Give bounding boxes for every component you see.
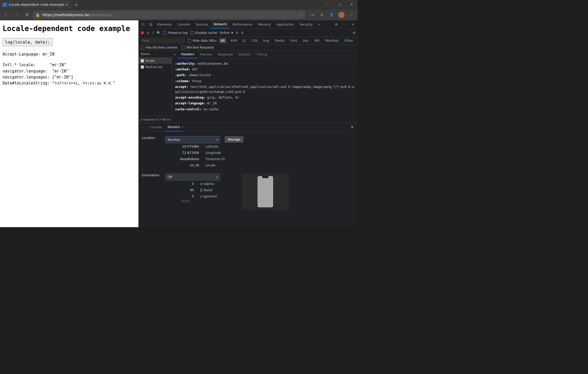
timezone-value: Asia/Kolkata [168, 157, 199, 161]
pill-media[interactable]: Media [273, 38, 286, 43]
alpha-value: 0 [168, 182, 194, 186]
longitude-value: 72.877656 [168, 151, 199, 155]
devtools-panel: Elements Console Sources Network Perform… [138, 20, 358, 227]
sensors-panel: Location Mumbai▾ Manage 19.075984Latitud… [139, 131, 358, 227]
tab-sources[interactable]: Sources [193, 20, 211, 29]
pill-manifest[interactable]: Manifest [324, 38, 340, 43]
tab-response[interactable]: Response [215, 51, 236, 58]
device-toggle-icon[interactable] [147, 20, 154, 29]
search-icon[interactable]: 🔍 [157, 31, 161, 35]
tab-performance[interactable]: Performance [230, 20, 255, 29]
collections-icon[interactable]: ⧉ [317, 10, 326, 20]
browser-tab[interactable]: Locale-dependent code example ✕ [0, 0, 72, 9]
timezone-label: Timezone ID [205, 157, 247, 161]
pill-css[interactable]: CSS [250, 38, 259, 43]
pill-ws[interactable]: WS [313, 38, 321, 43]
filter-input[interactable] [141, 38, 185, 43]
favorite-icon[interactable]: ☆ [299, 13, 302, 17]
latitude-value: 19.075984 [168, 145, 199, 148]
lock-icon: 🔒 [35, 13, 40, 17]
disable-cache-checkbox[interactable]: Disable cache [190, 31, 217, 35]
filter-toggle-icon[interactable]: ▽ [152, 31, 154, 35]
network-toolbar: ⊘ ▽ 🔍 Preserve log Disable cache Online … [139, 29, 358, 37]
name-column-header[interactable]: Name [139, 51, 172, 58]
tab-initiator[interactable]: Initiator [236, 51, 254, 58]
pill-img[interactable]: Img [262, 38, 271, 43]
tab-security[interactable]: Security [297, 20, 315, 29]
url-host: https://mathiasbynens.be [42, 13, 89, 17]
close-detail-icon[interactable]: × [172, 53, 178, 56]
tab-elements[interactable]: Elements [154, 20, 175, 29]
pill-xhr[interactable]: XHR [229, 38, 239, 43]
accept-language-line: Accept-Language: mr_IN [3, 51, 136, 57]
hide-data-urls-checkbox[interactable]: Hide data URLs [188, 39, 217, 43]
log-button[interactable]: log(locale, date); [3, 38, 52, 46]
tab-title: Locale-dependent code example [9, 3, 64, 7]
url-input[interactable]: 🔒 https://mathiasbynens.be/demo/locale ☆ [33, 11, 305, 19]
tab-console[interactable]: Console [175, 20, 193, 29]
drawer-menu-icon[interactable]: ⋯ [140, 125, 146, 129]
latitude-label: Latitude [205, 145, 247, 148]
tab-more-icon[interactable]: » [315, 20, 323, 29]
download-icon[interactable]: ⬇ [241, 31, 243, 35]
tab-network[interactable]: Network [211, 20, 230, 29]
close-sensors-icon[interactable]: × [181, 125, 183, 129]
record-icon[interactable] [141, 31, 144, 34]
kebab-icon[interactable]: ⋯ [341, 20, 348, 29]
close-devtools-icon[interactable]: ✕ [349, 20, 357, 29]
request-row[interactable]: locale [139, 58, 172, 64]
pill-doc[interactable]: Doc [301, 38, 310, 43]
settings-icon[interactable]: ⚙ [353, 31, 356, 35]
profile-icon[interactable]: 👤 [327, 10, 336, 20]
longitude-label: Longitude [205, 151, 247, 155]
phone-orientation-preview[interactable] [258, 176, 273, 207]
location-select[interactable]: Mumbai▾ [165, 136, 220, 143]
avatar[interactable] [337, 10, 346, 20]
forward-button[interactable] [12, 10, 21, 20]
refresh-button[interactable] [22, 10, 32, 20]
close-window-icon[interactable]: ✕ [346, 0, 358, 9]
beta-label: β (beta) [200, 188, 231, 192]
blocked-cookies-checkbox[interactable]: Has blocked cookies [141, 46, 177, 49]
pill-all[interactable]: All [219, 38, 226, 43]
drawer-tab-console[interactable]: Console [146, 123, 165, 131]
inspect-icon[interactable] [140, 20, 147, 29]
pill-js[interactable]: JS [241, 38, 247, 43]
tab-preview[interactable]: Preview [197, 51, 215, 58]
back-button[interactable] [2, 10, 11, 20]
pill-other[interactable]: Other [343, 38, 355, 43]
gamma-value: 0 [168, 195, 194, 198]
tab-memory[interactable]: Memory [255, 20, 274, 29]
window-controls: — ▢ ✕ [322, 0, 358, 9]
blocked-requests-checkbox[interactable]: Blocked Requests [182, 46, 214, 49]
gear-icon[interactable]: ⚙ [333, 20, 340, 29]
reset-button[interactable]: Reset [178, 198, 231, 204]
manage-button[interactable]: Manage [225, 136, 243, 143]
filter-bar-2: Has blocked cookies Blocked Requests [139, 45, 358, 51]
pill-font[interactable]: Font [289, 38, 298, 43]
tab-timing[interactable]: Timing [254, 51, 270, 58]
favicon-icon [3, 3, 7, 7]
menu-icon[interactable]: ⋯ [347, 10, 356, 20]
titlebar: Locale-dependent code example ✕ + — ▢ ✕ [0, 0, 358, 9]
throttling-select[interactable]: Online ▼ [219, 31, 233, 35]
filter-bar: Hide data URLs All XHR JS CSS Img Media … [139, 37, 358, 45]
close-drawer-icon[interactable]: ✕ [348, 125, 356, 130]
maximize-icon[interactable]: ▢ [334, 0, 346, 9]
locale-output: Intl.* locale: "mr-IN" navigator.languag… [3, 62, 136, 86]
tab-headers[interactable]: Headers [178, 51, 197, 58]
new-tab-button[interactable]: + [72, 2, 81, 7]
devtools-tabs: Elements Console Sources Network Perform… [139, 20, 358, 29]
favorites-icon[interactable]: ☆≡ [307, 10, 316, 20]
close-tab-icon[interactable]: ✕ [64, 3, 69, 7]
upload-icon[interactable]: ⬆ [236, 31, 238, 35]
url-path: /demo/locale [89, 13, 113, 17]
request-row[interactable]: favicon.ico [139, 64, 172, 70]
preserve-log-checkbox[interactable]: Preserve log [163, 31, 187, 35]
orientation-select[interactable]: Off▾ [165, 173, 220, 180]
tab-application[interactable]: Application [274, 20, 297, 29]
clear-icon[interactable]: ⊘ [146, 31, 149, 35]
request-detail: × Headers Preview Response Initiator Tim… [172, 51, 358, 123]
drawer-tab-sensors[interactable]: Sensors [165, 123, 183, 131]
minimize-icon[interactable]: — [322, 0, 334, 9]
